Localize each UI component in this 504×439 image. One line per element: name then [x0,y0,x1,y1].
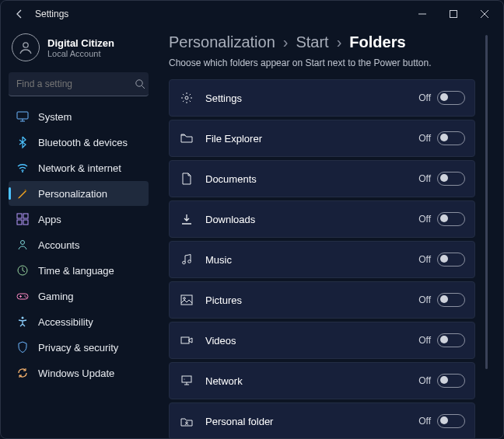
page-description: Choose which folders appear on Start nex… [169,57,475,68]
toggle-file-explorer[interactable] [437,131,465,145]
svg-rect-0 [450,11,457,18]
search-field[interactable] [15,78,135,90]
toggle-state-label: Off [418,335,431,346]
close-button[interactable] [469,3,500,25]
folder-row-pictures: PicturesOff [169,281,475,319]
system-icon [16,110,29,123]
toggle-state-label: Off [418,416,431,427]
toggle-settings[interactable] [437,91,465,105]
sidebar-item-bluetooth-devices[interactable]: Bluetooth & devices [9,130,149,155]
toggle-state-label: Off [418,254,431,265]
svg-point-16 [183,261,186,264]
svg-point-9 [21,241,25,245]
sidebar-item-accounts[interactable]: Accounts [9,232,149,257]
sidebar-item-privacy-security[interactable]: Privacy & security [9,335,149,360]
sidebar-item-apps[interactable]: Apps [9,207,149,232]
settings-icon [179,90,194,106]
sidebar-item-personalization[interactable]: Personalization [9,181,149,206]
sidebar-item-accessibility[interactable]: Accessibility [9,309,149,334]
svg-rect-7 [17,220,22,225]
explorer-icon [179,131,194,146]
folder-row-music: MusicOff [169,241,475,278]
toggle-network[interactable] [437,374,465,388]
folder-row-documents: DocumentsOff [169,160,475,197]
svg-rect-3 [17,112,28,119]
toggle-videos[interactable] [437,333,465,347]
search-input[interactable] [9,72,149,96]
toggle-music[interactable] [437,253,465,267]
wifi-icon [16,162,29,174]
toggle-state-label: Off [418,375,431,386]
gaming-icon [16,290,29,302]
search-icon [135,78,145,90]
toggle-state-label: Off [418,214,431,225]
toggle-pictures[interactable] [437,293,465,307]
sidebar-item-label: Apps [38,214,61,225]
sidebar-item-label: Personalization [38,188,107,200]
breadcrumb-start[interactable]: Start [296,33,328,51]
scrollbar[interactable] [485,35,488,369]
svg-point-4 [22,171,23,172]
sidebar-item-label: Gaming [38,291,74,302]
breadcrumb-personalization[interactable]: Personalization [169,33,275,51]
sidebar-item-label: Windows Update [38,368,114,379]
toggle-personal-folder[interactable] [437,414,465,428]
toggle-downloads[interactable] [437,212,465,226]
folder-label: Personal folder [205,416,418,427]
svg-point-17 [188,260,191,263]
folder-row-file-explorer: File ExplorerOff [169,120,475,157]
chevron-right-icon: › [283,33,289,51]
time-icon [16,264,29,277]
folder-row-personal-folder: Personal folderOff [169,402,475,438]
personalization-icon [16,187,29,200]
sidebar-item-label: Time & language [38,265,114,277]
toggle-documents[interactable] [437,172,465,186]
breadcrumb: Personalization › Start › Folders [169,33,475,51]
svg-point-15 [185,96,188,99]
sidebar-item-system[interactable]: System [9,104,149,129]
maximize-button[interactable] [438,3,469,25]
apps-icon [16,213,29,225]
folder-label: File Explorer [205,133,418,145]
chevron-right-icon: › [337,33,342,51]
user-profile[interactable]: Digital Citizen Local Account [9,29,149,71]
svg-rect-6 [23,214,28,218]
svg-point-2 [136,80,142,86]
svg-rect-5 [17,214,22,218]
svg-point-14 [22,317,24,319]
svg-rect-8 [23,220,28,225]
folder-label: Network [205,375,418,387]
folder-label: Settings [205,92,418,104]
document-icon [179,171,194,186]
folder-label: Downloads [205,214,418,225]
sidebar-item-label: Accounts [38,239,79,251]
user-account-type: Local Account [47,49,114,58]
svg-rect-11 [17,294,28,299]
sidebar-item-time-language[interactable]: Time & language [9,258,149,283]
svg-point-13 [26,297,27,298]
sidebar-item-gaming[interactable]: Gaming [9,284,149,308]
svg-point-12 [24,295,26,297]
toggle-state-label: Off [418,133,431,144]
back-button[interactable] [9,3,30,25]
music-icon [179,252,194,267]
folder-label: Music [205,254,418,266]
breadcrumb-folders: Folders [349,33,405,51]
sidebar-item-label: Accessibility [38,316,93,328]
folder-row-downloads: DownloadsOff [169,200,475,238]
minimize-button[interactable] [407,3,438,25]
svg-rect-20 [181,337,189,343]
sidebar-item-network-internet[interactable]: Network & internet [9,155,149,180]
sidebar-item-windows-update[interactable]: Windows Update [9,361,149,385]
toggle-state-label: Off [418,92,431,103]
personal-icon [179,413,194,429]
user-name: Digital Citizen [47,37,114,49]
folder-row-videos: VideosOff [169,322,475,359]
toggle-state-label: Off [418,294,431,305]
downloads-icon [179,211,194,227]
svg-point-19 [184,298,186,300]
pictures-icon [179,292,194,308]
svg-point-22 [184,378,184,379]
accounts-icon [16,239,29,251]
sidebar-item-label: System [38,111,72,123]
